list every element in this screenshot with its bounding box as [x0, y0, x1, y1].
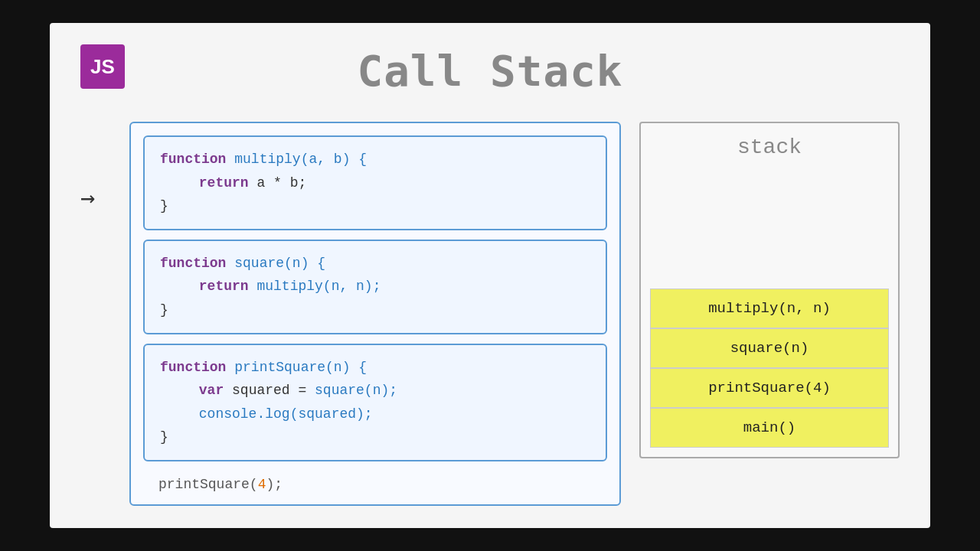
- stack-panel: stack multiply(n, n) square(n) printSqua…: [639, 122, 900, 458]
- fn-call-consolelog: console.log(squared);: [199, 406, 373, 422]
- code-block-printsquare: function printSquare(n) { var squared = …: [143, 344, 607, 461]
- stack-item-multiply: multiply(n, n): [650, 289, 889, 328]
- page-title: Call Stack: [357, 46, 622, 96]
- code-block-square: function square(n) { return multiply(n, …: [143, 240, 607, 334]
- stack-item-square: square(n): [650, 328, 889, 368]
- keyword-function: function: [160, 256, 226, 271]
- code-text: }: [160, 429, 168, 445]
- keyword-return: return: [199, 279, 249, 294]
- keyword-return: return: [199, 175, 249, 191]
- fn-call-multiply: multiply(n, n);: [256, 279, 381, 294]
- code-line: }: [160, 298, 590, 322]
- code-line: }: [160, 194, 590, 218]
- code-line: function square(n) {: [160, 252, 590, 276]
- arrow: →: [80, 122, 111, 212]
- call-suffix: );: [266, 477, 283, 492]
- slide: JS Call Stack → function multiply(a, b) …: [50, 23, 930, 528]
- call-line: printSquare(4);: [143, 471, 607, 492]
- js-logo: JS: [80, 44, 125, 89]
- code-text: }: [160, 302, 168, 318]
- code-line: return a * b;: [160, 171, 590, 195]
- content-area: → function multiply(a, b) { return a * b…: [80, 122, 900, 506]
- fn-printsquare: printSquare(n) {: [234, 360, 367, 375]
- code-panel: function multiply(a, b) { return a * b; …: [129, 122, 621, 506]
- keyword-var: var: [199, 383, 224, 398]
- fn-call-square: square(n);: [315, 383, 397, 398]
- code-line: return multiply(n, n);: [160, 275, 590, 298]
- stack-item-printsquare: printSquare(4): [650, 368, 889, 408]
- stack-entries: multiply(n, n) square(n) printSquare(4) …: [650, 289, 889, 448]
- code-line: function multiply(a, b) {: [160, 148, 590, 171]
- keyword-function: function: [160, 152, 226, 167]
- fn-square: square(n) {: [234, 256, 325, 271]
- call-prefix: printSquare(: [158, 477, 258, 492]
- keyword-function: function: [160, 360, 226, 375]
- stack-item-main: main(): [650, 408, 889, 448]
- code-line: }: [160, 425, 590, 449]
- stack-label: stack: [737, 135, 802, 159]
- js-logo-text: JS: [90, 55, 115, 79]
- code-line: console.log(squared);: [160, 403, 590, 426]
- call-num: 4: [258, 477, 266, 492]
- code-text: a * b;: [256, 175, 306, 191]
- code-block-multiply: function multiply(a, b) { return a * b; …: [143, 135, 607, 230]
- code-text: squared =: [232, 383, 315, 398]
- code-line: var squared = square(n);: [160, 379, 590, 403]
- code-line: function printSquare(n) {: [160, 356, 590, 380]
- fn-multiply: multiply(a, b) {: [234, 152, 367, 167]
- code-text: }: [160, 198, 168, 214]
